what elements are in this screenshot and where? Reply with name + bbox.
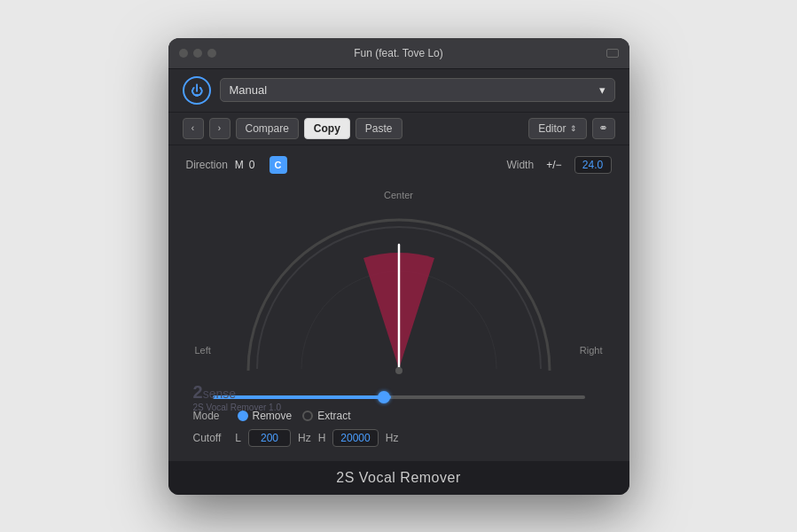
link-icon: ⚭ xyxy=(598,121,608,135)
direction-label: Direction xyxy=(186,159,228,171)
mode-extract-label: Extract xyxy=(317,410,350,422)
preset-dropdown[interactable]: Manual ▾ xyxy=(220,78,615,102)
close-dot[interactable] xyxy=(179,49,188,58)
power-button[interactable]: ⏻ xyxy=(183,76,211,105)
center-label: Center xyxy=(384,190,413,200)
paste-button[interactable]: Paste xyxy=(356,118,402,139)
params-row: Direction M 0 C Width +/− 24.0 xyxy=(186,156,612,174)
direction-visualizer[interactable]: Center Left Right xyxy=(186,183,612,395)
brand-name: 2sense xyxy=(193,382,282,403)
title-bar: Fun (feat. Tove Lo) xyxy=(168,38,629,69)
cutoff-row: Cutoff L 200 Hz H 20000 Hz xyxy=(186,429,612,447)
direction-c-button[interactable]: C xyxy=(270,156,287,174)
copy-button[interactable]: Copy xyxy=(304,118,350,139)
toolbar-row2: ‹ › Compare Copy Paste Editor ⇕ ⚭ xyxy=(168,113,629,145)
cutoff-label: Cutoff xyxy=(193,432,222,444)
footer-title: 2S Vocal Remover xyxy=(336,470,461,485)
width-label: Width xyxy=(506,159,534,171)
brand-sub: 2S Vocal Remover 1.0 xyxy=(193,403,282,412)
width-value[interactable]: 24.0 xyxy=(574,156,612,174)
expand-icon[interactable] xyxy=(606,49,619,58)
width-section: Width +/− 24.0 xyxy=(506,156,611,174)
direction-m-value: M xyxy=(235,159,244,171)
sort-icon: ⇕ xyxy=(570,124,577,133)
plugin-window: Fun (feat. Tove Lo) ⏻ Manual ▾ ‹ › Compa… xyxy=(168,38,629,495)
cutoff-hz1: Hz xyxy=(298,432,311,444)
chevron-down-icon: ▾ xyxy=(599,83,606,97)
link-button[interactable]: ⚭ xyxy=(592,118,615,139)
semicircle-svg xyxy=(231,200,567,378)
direction-0-value: 0 xyxy=(249,159,255,171)
right-label: Right xyxy=(580,345,603,356)
maximize-dot[interactable] xyxy=(207,49,216,58)
preset-label: Manual xyxy=(230,83,268,97)
cutoff-l-label: L xyxy=(235,432,241,444)
toolbar-row1: ⏻ Manual ▾ xyxy=(168,69,629,113)
main-area: Direction M 0 C Width +/− 24.0 Center xyxy=(168,145,629,461)
svg-point-1 xyxy=(395,367,402,374)
cutoff-l-value[interactable]: 200 xyxy=(248,429,291,447)
window-controls xyxy=(179,49,216,58)
cutoff-h-value[interactable]: 20000 xyxy=(332,429,378,447)
width-plusminus: +/− xyxy=(546,159,561,171)
cutoff-hz2: Hz xyxy=(386,432,399,444)
brand-section: 2sense 2S Vocal Remover 1.0 xyxy=(193,382,282,412)
mode-extract-radio[interactable] xyxy=(302,411,313,421)
left-label: Left xyxy=(195,345,211,356)
power-icon: ⏻ xyxy=(191,84,203,97)
prev-button[interactable]: ‹ xyxy=(183,118,204,139)
editor-button[interactable]: Editor ⇕ xyxy=(528,118,586,139)
slider-thumb[interactable] xyxy=(378,391,390,403)
minimize-dot[interactable] xyxy=(193,49,202,58)
next-button[interactable]: › xyxy=(209,118,231,139)
bottom-bar: 2S Vocal Remover xyxy=(168,461,629,495)
mode-extract-option[interactable]: Extract xyxy=(302,410,350,422)
compare-button[interactable]: Compare xyxy=(236,118,299,139)
cutoff-h-label: H xyxy=(318,432,326,444)
window-title: Fun (feat. Tove Lo) xyxy=(354,47,443,59)
